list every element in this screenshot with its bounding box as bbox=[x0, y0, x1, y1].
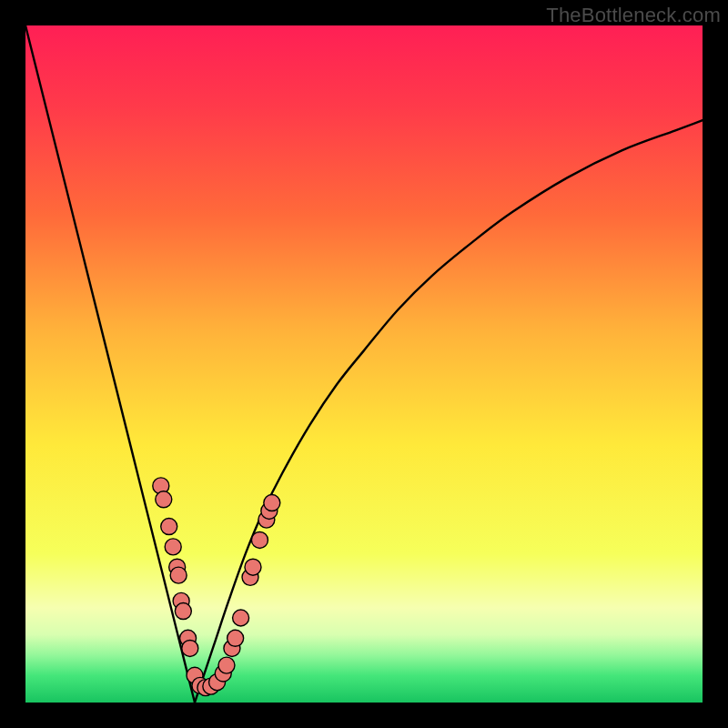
chart-frame: TheBottleneck.com bbox=[0, 0, 728, 728]
bead-markers bbox=[153, 478, 280, 696]
curve-right-branch bbox=[195, 120, 703, 703]
curve-left-branch bbox=[25, 25, 195, 703]
bead-marker bbox=[182, 640, 198, 656]
bead-marker bbox=[264, 495, 280, 511]
bead-marker bbox=[170, 567, 187, 583]
bead-marker bbox=[251, 531, 268, 548]
plot-area bbox=[25, 25, 703, 703]
watermark-text: TheBottleneck.com bbox=[546, 4, 721, 27]
bead-marker bbox=[156, 491, 172, 508]
bead-marker bbox=[245, 559, 261, 575]
bead-marker bbox=[233, 610, 249, 626]
bead-marker bbox=[228, 630, 244, 646]
bead-marker bbox=[165, 539, 181, 555]
bead-marker bbox=[161, 519, 177, 535]
bead-marker bbox=[218, 657, 235, 673]
bead-marker bbox=[175, 603, 191, 620]
curve-layer bbox=[25, 25, 703, 703]
